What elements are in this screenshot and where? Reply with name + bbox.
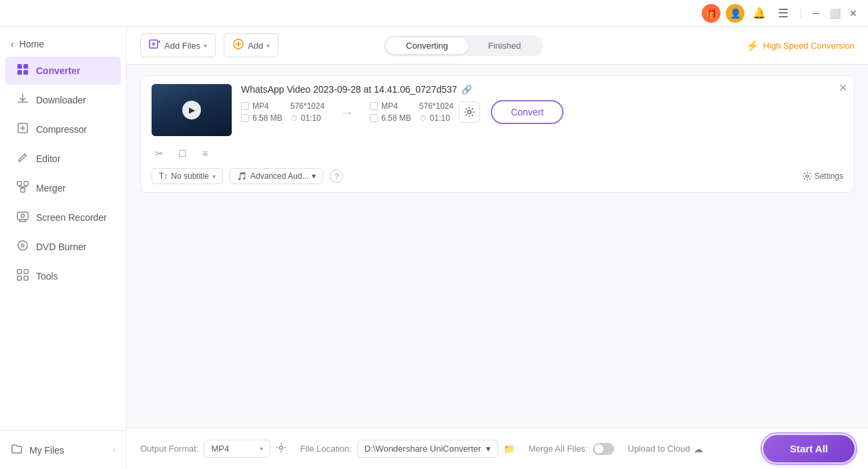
- maximize-button[interactable]: ⬜: [828, 7, 841, 20]
- audio-select[interactable]: 🎵 Advanced Aud... ▾: [230, 168, 323, 184]
- sidebar-bottom: My Files ›: [0, 430, 126, 464]
- folder-icon[interactable]: 📁: [503, 444, 515, 454]
- video-thumbnail: ▶: [152, 84, 232, 136]
- tab-finished[interactable]: Finished: [468, 37, 541, 54]
- subtitle-dropdown-icon: ▾: [212, 173, 216, 180]
- bell-icon[interactable]: 🔔: [750, 4, 769, 23]
- convert-arrow-icon: →: [324, 105, 370, 120]
- tools-icon: [16, 269, 29, 284]
- minimize-button[interactable]: ─: [809, 7, 823, 20]
- compressor-label: Compressor: [36, 124, 87, 135]
- subtitle-select[interactable]: T↕ No subtitle ▾: [152, 168, 223, 184]
- tools-label: Tools: [36, 271, 58, 282]
- sidebar-item-home[interactable]: ‹ Home: [0, 32, 126, 56]
- merge-toggle[interactable]: [593, 443, 614, 455]
- size-checkbox: [241, 114, 249, 122]
- source-format: MP4: [241, 101, 282, 111]
- upload-section[interactable]: Upload to Cloud ☁: [628, 444, 703, 454]
- output-format-value: MP4: [211, 444, 229, 454]
- sidebar-item-screen-recorder[interactable]: Screen Recorder: [5, 203, 121, 231]
- converter-label: Converter: [36, 65, 80, 76]
- crop-button[interactable]: ☐: [174, 145, 190, 161]
- source-meta-2: 576*1024 ⏱ 01:10: [290, 101, 324, 123]
- close-button[interactable]: ✕: [847, 7, 860, 20]
- start-all-button[interactable]: Start All: [763, 435, 855, 462]
- add-icon: [232, 38, 244, 53]
- location-dropdown-icon: ▾: [486, 444, 491, 454]
- trim-button[interactable]: ✂: [152, 145, 168, 161]
- format-dropdown-icon: ▾: [260, 445, 263, 452]
- convert-button[interactable]: Convert: [491, 100, 564, 124]
- sidebar-item-merger[interactable]: Merger: [5, 174, 121, 202]
- user-icon[interactable]: 👤: [726, 4, 744, 23]
- chevron-left-icon: ‹: [11, 39, 14, 49]
- tab-converting[interactable]: Converting: [386, 37, 468, 54]
- thumbnail-section: ▶ ✂ ☐ ≡: [152, 84, 232, 161]
- menu-icon[interactable]: ☰: [774, 4, 793, 23]
- add-files-icon: [149, 38, 161, 53]
- sidebar-item-converter[interactable]: Converter: [5, 57, 121, 85]
- file-location-select[interactable]: D:\Wondershare UniConverter ▾: [357, 440, 499, 458]
- output-settings-button[interactable]: [459, 101, 480, 123]
- sidebar-item-compressor[interactable]: Compressor: [5, 115, 121, 143]
- subtitle-icon: T↕: [159, 171, 168, 181]
- svg-rect-13: [24, 270, 28, 274]
- format-settings-icon[interactable]: [276, 442, 286, 455]
- output-meta: MP4 6.58 MB: [370, 101, 411, 123]
- gift-icon[interactable]: 🎁: [702, 4, 720, 23]
- svg-rect-12: [17, 270, 21, 274]
- file-location-field: File Location: D:\Wondershare UniConvert…: [300, 440, 515, 458]
- svg-point-19: [806, 175, 809, 177]
- file-link-icon[interactable]: 🔗: [461, 85, 472, 95]
- svg-rect-3: [23, 70, 28, 75]
- file-close-button[interactable]: ✕: [839, 81, 847, 94]
- svg-point-10: [18, 241, 27, 250]
- sidebar: ‹ Home Converter Downloader: [0, 27, 127, 469]
- svg-point-9: [21, 214, 25, 217]
- toolbar: Add Files ▾ Add ▾ Converting Finished ⚡: [127, 27, 868, 65]
- merge-label: Merge All Files:: [528, 444, 588, 454]
- more-button[interactable]: ≡: [197, 145, 213, 161]
- sidebar-item-editor[interactable]: Editor: [5, 145, 121, 173]
- play-button[interactable]: ▶: [182, 101, 201, 119]
- sidebar-item-tools[interactable]: Tools: [5, 262, 121, 290]
- converter-icon: [16, 63, 29, 78]
- file-tools: ✂ ☐ ≡: [152, 145, 232, 161]
- home-label: Home: [19, 39, 44, 49]
- output-format: MP4: [370, 101, 411, 111]
- output-meta-2: 576*1024 ⏱ 01:10: [419, 101, 453, 123]
- output-size-checkbox: [370, 114, 378, 122]
- dvd-burner-icon: [16, 240, 29, 254]
- svg-rect-7: [21, 188, 25, 192]
- downloader-icon: [16, 93, 29, 107]
- source-duration: ⏱ 01:10: [290, 113, 324, 123]
- high-speed-conversion[interactable]: ⚡ High Speed Conversion: [746, 39, 855, 52]
- bottom-bar: Output Format: MP4 ▾ File Location: D:\W…: [127, 428, 868, 469]
- svg-rect-8: [17, 212, 28, 219]
- file-info: WhatsApp Video 2023-09-28 at 14.41.06_07…: [241, 84, 843, 124]
- add-files-button[interactable]: Add Files ▾: [140, 33, 216, 57]
- editor-icon: [16, 151, 29, 166]
- add-label: Add: [248, 41, 263, 51]
- format-checkbox: [241, 102, 249, 110]
- downloader-label: Downloader: [36, 95, 86, 105]
- file-name: WhatsApp Video 2023-09-28 at 14.41.06_07…: [241, 84, 843, 95]
- output-resolution: 576*1024: [419, 101, 453, 111]
- sidebar-item-my-files[interactable]: My Files ›: [0, 436, 126, 464]
- output-format-label: Output Format:: [140, 444, 198, 454]
- add-button[interactable]: Add ▾: [224, 33, 278, 57]
- editor-label: Editor: [36, 153, 61, 164]
- output-format-select[interactable]: MP4 ▾: [204, 440, 270, 458]
- sidebar-item-dvd-burner[interactable]: DVD Burner: [5, 233, 121, 261]
- main-content: Add Files ▾ Add ▾ Converting Finished ⚡: [127, 27, 868, 469]
- svg-point-11: [21, 244, 24, 247]
- info-button[interactable]: ?: [330, 169, 343, 183]
- sidebar-item-downloader[interactable]: Downloader: [5, 86, 121, 114]
- merger-label: Merger: [36, 183, 65, 193]
- settings-button[interactable]: Settings: [803, 171, 843, 181]
- audio-icon: 🎵: [237, 171, 247, 181]
- merge-section: Merge All Files:: [528, 443, 614, 455]
- output-size: 6.58 MB: [370, 113, 411, 123]
- titlebar-separator: [801, 8, 801, 19]
- svg-point-18: [468, 111, 471, 114]
